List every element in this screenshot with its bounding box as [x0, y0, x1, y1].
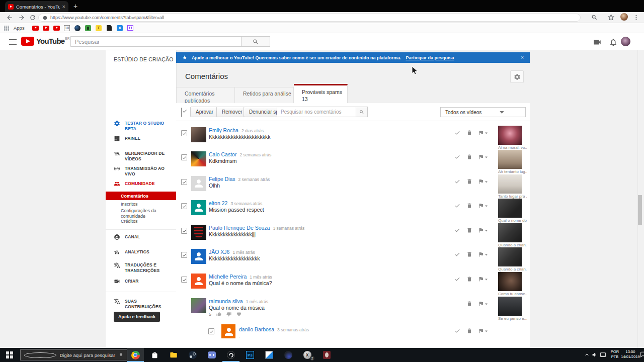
flag-caret-icon[interactable] [485, 303, 488, 305]
approve-comment-icon[interactable] [454, 154, 460, 160]
notifications-bell-icon[interactable] [609, 38, 618, 47]
commenter-avatar[interactable] [191, 249, 206, 264]
dark-circle-bookmark-icon[interactable] [74, 25, 81, 31]
delete-comment-icon[interactable] [466, 178, 472, 185]
approve-comment-icon[interactable] [454, 203, 460, 209]
help-feedback-button[interactable]: Ajuda e feedback [114, 312, 160, 322]
approve-comment-icon[interactable] [454, 251, 460, 257]
blue-x-bookmark-icon[interactable]: X [117, 25, 123, 31]
flag-comment-icon[interactable] [478, 130, 484, 136]
comment-checkbox[interactable] [181, 179, 187, 185]
delete-comment-icon[interactable] [466, 251, 472, 257]
flag-comment-icon[interactable] [478, 178, 484, 185]
commenter-avatar[interactable] [191, 151, 206, 166]
video-filter-dropdown[interactable]: Todos os vídeos [440, 107, 526, 117]
video-thumbnail[interactable] [498, 126, 522, 145]
tab-published[interactable]: Comentários publicados [176, 87, 235, 105]
yt-account-avatar[interactable] [621, 37, 630, 46]
flag-caret-icon[interactable] [485, 181, 488, 183]
info-icon[interactable] [43, 16, 47, 20]
menu-hamburger-icon[interactable] [9, 39, 17, 45]
commenter-name-link[interactable]: Paulo Henrique De Souza3 semanas atrás [209, 225, 304, 231]
zoom-icon[interactable] [591, 14, 598, 21]
commenter-name-link[interactable]: JÃO XJ61 mês atrás [209, 249, 255, 255]
commenter-name-link[interactable]: danilo Barbosa3 semanas atrás [239, 326, 309, 332]
video-thumbnail[interactable] [498, 272, 522, 291]
youtube-bookmark-icon[interactable] [32, 25, 39, 31]
browser-tab[interactable]: Comentários - YouTube × [5, 1, 68, 12]
taskbar-vegas-icon[interactable] [261, 348, 278, 362]
youtube-logo[interactable]: YouTube BR [21, 37, 69, 46]
video-thumbnail[interactable] [498, 150, 522, 169]
commenter-name-link[interactable]: Michelle Pereira1 mês atrás [209, 274, 272, 280]
tray-chevron-up-icon[interactable] [584, 351, 590, 358]
green-app-bookmark-icon[interactable] [85, 25, 92, 31]
flag-comment-icon[interactable] [478, 203, 484, 209]
yt-search-button[interactable] [242, 36, 270, 47]
browser-profile-avatar[interactable] [620, 13, 628, 21]
url-bar[interactable]: https://www.youtube.com/comments?tab=spa… [38, 14, 581, 22]
commenter-name-link[interactable]: Emily Rocha2 dias atrás [209, 127, 264, 133]
sidebar-subitem-comentários[interactable]: Comentários [106, 192, 176, 200]
back-icon[interactable] [6, 14, 13, 21]
flag-caret-icon[interactable] [485, 254, 488, 256]
browser-menu-icon[interactable] [633, 14, 639, 21]
comments-search-button[interactable] [356, 107, 368, 117]
youtube-bookmark-icon[interactable] [43, 25, 49, 31]
video-thumbnail[interactable] [498, 247, 522, 266]
delete-comment-icon[interactable] [466, 276, 472, 282]
network-icon[interactable] [600, 351, 606, 358]
sidebar-item-dashboard[interactable]: PAINEL [106, 135, 176, 144]
new-tab-button[interactable]: + [73, 3, 77, 10]
delete-comment-icon[interactable] [466, 203, 472, 209]
heart-icon[interactable] [236, 312, 242, 317]
approve-comment-icon[interactable] [454, 227, 460, 233]
taskbar-search-input[interactable]: Digite aqui para pesquisar [20, 349, 127, 360]
youtube-bookmark-icon[interactable] [53, 25, 60, 31]
approve-comment-icon[interactable] [454, 328, 460, 334]
clock[interactable]: 13:50 14/01/2019 [621, 349, 640, 359]
taskbar-dark-browser-icon[interactable] [280, 348, 297, 362]
comment-checkbox[interactable] [181, 130, 187, 136]
video-thumbnail[interactable] [498, 174, 522, 194]
taskbar-red-app-icon[interactable] [318, 348, 335, 362]
delete-comment-icon[interactable] [466, 328, 472, 334]
black-doc-bookmark-icon[interactable] [106, 25, 113, 31]
commenter-avatar[interactable] [191, 200, 206, 215]
bookmark-star-icon[interactable] [608, 14, 614, 21]
commenter-name-link[interactable]: Caio Castor2 semanas atrás [209, 151, 271, 157]
forward-icon[interactable] [18, 14, 25, 21]
flag-caret-icon[interactable] [485, 132, 488, 134]
comments-settings-button[interactable] [510, 70, 524, 83]
commenter-name-link[interactable]: raimunda silva1 mês atrás [209, 298, 268, 304]
sidebar-item-contributions[interactable]: SUAS CONTRIBUIÇÕES [106, 298, 176, 307]
flag-comment-icon[interactable] [478, 301, 484, 307]
approve-comment-icon[interactable] [454, 130, 460, 136]
approve-comment-icon[interactable] [454, 178, 460, 185]
number-10-bookmark-icon[interactable]: 10 [64, 25, 70, 31]
flag-caret-icon[interactable] [485, 279, 488, 281]
flag-comment-icon[interactable] [478, 154, 484, 160]
delete-comment-icon[interactable] [466, 130, 472, 136]
reload-icon[interactable] [29, 14, 36, 21]
sidebar-item-analytics[interactable]: ANALYTICS [106, 248, 176, 257]
sidebar-item-channel[interactable]: CANAL [106, 233, 176, 242]
flag-caret-icon[interactable] [485, 330, 488, 332]
taskbar-explorer-icon[interactable] [165, 348, 182, 362]
flag-caret-icon[interactable] [485, 230, 488, 232]
commenter-name-link[interactable]: Felipe Dias2 semanas atrás [209, 176, 270, 182]
flag-comment-icon[interactable] [478, 251, 484, 257]
taskbar-obs-icon[interactable] [222, 348, 239, 362]
comment-checkbox[interactable] [181, 154, 187, 160]
comment-checkbox[interactable] [181, 203, 187, 209]
comment-checkbox[interactable] [181, 252, 187, 258]
video-thumbnail[interactable] [498, 223, 522, 242]
volume-icon[interactable] [592, 351, 598, 358]
action-center-icon[interactable] [640, 351, 644, 357]
taskbar-chrome-icon[interactable] [127, 348, 144, 362]
sidebar-item-videos[interactable]: GERENCIADOR DE VÍDEOS [106, 150, 176, 159]
sidebar-item-translate[interactable]: TRADUÇÕES E TRANSCRIÇÕES [106, 261, 176, 270]
sidebar-item-gear[interactable]: TESTAR O STUDIO BETA [106, 120, 176, 129]
approve-button[interactable]: Aprovar [190, 107, 219, 117]
comment-checkbox[interactable] [181, 228, 187, 234]
